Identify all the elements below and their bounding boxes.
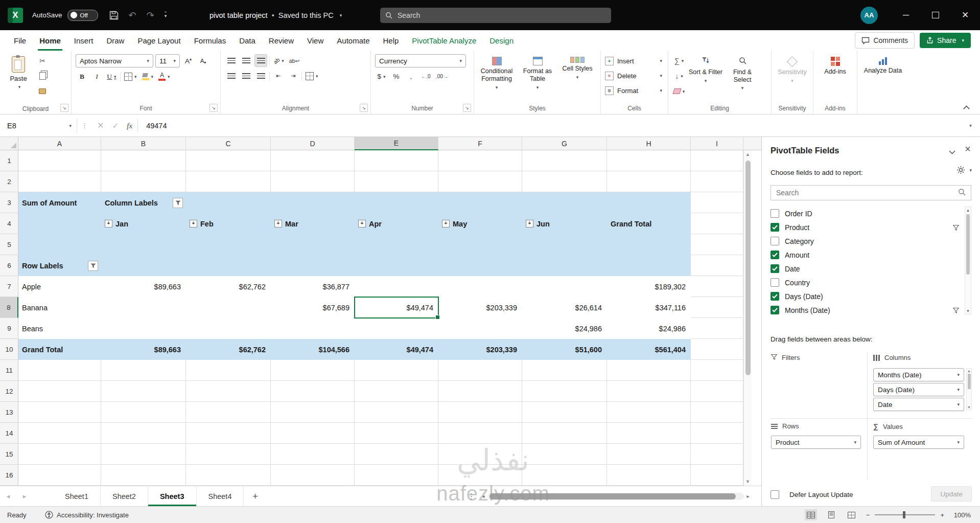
cell-d7[interactable]: $36,877 [271,276,355,297]
update-button[interactable]: Update [931,486,972,502]
sheet-tab-sheet3[interactable]: Sheet3 [148,486,197,506]
field-item-product[interactable]: Product [771,220,971,234]
add-sheet-button[interactable]: + [244,491,266,502]
find-select-button[interactable]: Find & Select ▾ [726,54,759,101]
autosave-toggle[interactable]: Off [67,10,98,21]
align-top-button[interactable] [225,54,238,67]
format-as-table-button[interactable]: Format as Table ▾ [517,54,558,101]
drag-handle-icon[interactable]: ⋮ [77,122,92,129]
accessibility-status[interactable]: Accessibility: Investigate [45,511,129,519]
expand-button[interactable]: + [274,220,282,228]
font-size-select[interactable]: 11▾ [155,54,180,67]
name-box[interactable]: E8 ▾ [0,115,77,137]
scroll-up-icon[interactable]: ▲ [744,150,752,158]
columns-area-scrollbar[interactable]: ▲ ▼ [966,368,972,410]
ribbon-tab-review[interactable]: Review [262,30,300,51]
column-header-d[interactable]: D [271,137,355,150]
underline-button[interactable]: U▾ [105,70,118,83]
scroll-left-icon[interactable]: ◂ [479,493,487,499]
undo-icon[interactable]: ↶ [129,10,136,21]
pane-options-chevron-icon[interactable] [949,147,955,156]
defer-layout-update[interactable]: Defer Layout Update [771,490,853,499]
format-painter-button[interactable] [36,85,49,98]
cell-d8[interactable]: $67,689 [271,297,355,318]
rows-area[interactable]: Product▾ [771,436,861,449]
ribbon-tab-page-layout[interactable]: Page Layout [131,30,187,51]
scroll-down-icon[interactable]: ▼ [967,405,971,409]
cell-g10[interactable]: $51,600 [522,339,607,360]
row-header-4[interactable]: 4 [0,213,18,234]
fill-color-button[interactable]: ▾ [141,70,155,83]
clear-button[interactable]: ▾ [672,85,686,98]
cell-h10[interactable]: $561,404 [607,339,691,360]
cell-g9[interactable]: $24,986 [522,318,607,339]
maximize-button[interactable] [921,0,950,30]
pill-months-date[interactable]: Months (Date)▾ [873,368,964,381]
checkbox-category[interactable] [771,237,779,245]
search-input[interactable]: Search [380,8,611,23]
column-header-a[interactable]: A [18,137,101,150]
decrease-decimal-button[interactable]: .00→ [434,70,450,83]
borders-button[interactable]: ▾ [123,70,138,83]
analyze-data-button[interactable]: Analyze Data [861,54,904,101]
row-header-6[interactable]: 6 [0,255,18,276]
sheet-options-kebab-icon[interactable]: ⋮ [463,492,479,501]
ribbon-tab-home[interactable]: Home [33,30,67,51]
row-header-2[interactable]: 2 [0,171,18,192]
row-header-15[interactable]: 15 [0,444,18,465]
field-item-order-id[interactable]: Order ID [771,207,971,220]
checkbox-days-date[interactable] [771,292,779,301]
page-layout-view-button[interactable] [825,509,837,520]
checkbox-country[interactable] [771,278,779,287]
cell-d10[interactable]: $104,566 [271,339,355,360]
cell-b4[interactable]: +Jan [101,213,186,234]
row-header-14[interactable]: 14 [0,423,18,444]
copy-button[interactable] [36,70,49,82]
scroll-down-icon[interactable]: ▼ [744,477,752,486]
pill-sum-of-amount[interactable]: Sum of Amount▾ [873,436,964,449]
column-header-g[interactable]: G [522,137,607,150]
field-item-category[interactable]: Category [771,234,971,248]
zoom-level[interactable]: 100% [949,511,971,519]
row-header-10[interactable]: 10 [0,339,18,360]
pill-date[interactable]: Date▾ [873,398,964,411]
ribbon-tab-draw[interactable]: Draw [100,30,131,51]
filter-button[interactable] [88,261,98,271]
field-item-months-date[interactable]: Months (Date) [771,303,971,315]
ribbon-tab-design[interactable]: Design [483,30,520,51]
horizontal-scroll-track[interactable] [487,493,744,500]
fill-handle[interactable] [435,315,440,320]
cell-a9[interactable]: Beans [18,318,101,339]
cell-a7[interactable]: Apple [18,276,101,297]
increase-decimal-button[interactable]: ←.0 [419,70,432,83]
sensitivity-button[interactable]: Sensitivity ▾ [776,54,809,101]
comments-button[interactable]: Comments [855,32,915,49]
values-area[interactable]: Sum of Amount▾ [873,436,964,449]
insert-cells-button[interactable]: +Insert▾ [605,54,662,67]
comma-format-button[interactable]: , [405,70,417,83]
horizontal-scrollbar[interactable]: ◂ ▸ [479,493,752,500]
zoom-slider-thumb[interactable] [903,511,905,518]
cancel-entry-icon[interactable]: ✕ [97,121,104,130]
expand-button[interactable]: + [105,220,112,228]
checkbox-amount[interactable] [771,251,779,259]
ribbon-tab-formulas[interactable]: Formulas [188,30,233,51]
cell-styles-button[interactable]: Cell Styles ▾ [558,54,597,101]
column-header-b[interactable]: B [101,137,186,150]
font-dialog-launcher[interactable]: ↘ [209,104,218,112]
cell-a3[interactable]: Sum of Amount [18,192,101,213]
decrease-indent-button[interactable]: ⇤ [272,70,285,82]
align-center-button[interactable] [240,70,252,82]
increase-indent-button[interactable]: ⇥ [287,70,299,82]
row-header-12[interactable]: 12 [0,381,18,402]
ribbon-tab-insert[interactable]: Insert [67,30,100,51]
scroll-up-icon[interactable]: ▲ [967,369,971,373]
collapse-ribbon-button[interactable] [964,105,969,110]
bold-button[interactable]: B [76,70,88,83]
fill-button[interactable]: ↓▾ [672,70,686,82]
cut-button[interactable]: ✂ [36,54,49,67]
fields-search-input[interactable]: Search [771,185,971,200]
share-button[interactable]: Share ▾ [920,33,971,48]
cell-a10[interactable]: Grand Total [18,339,101,360]
excel-logo-icon[interactable]: X [8,8,23,23]
